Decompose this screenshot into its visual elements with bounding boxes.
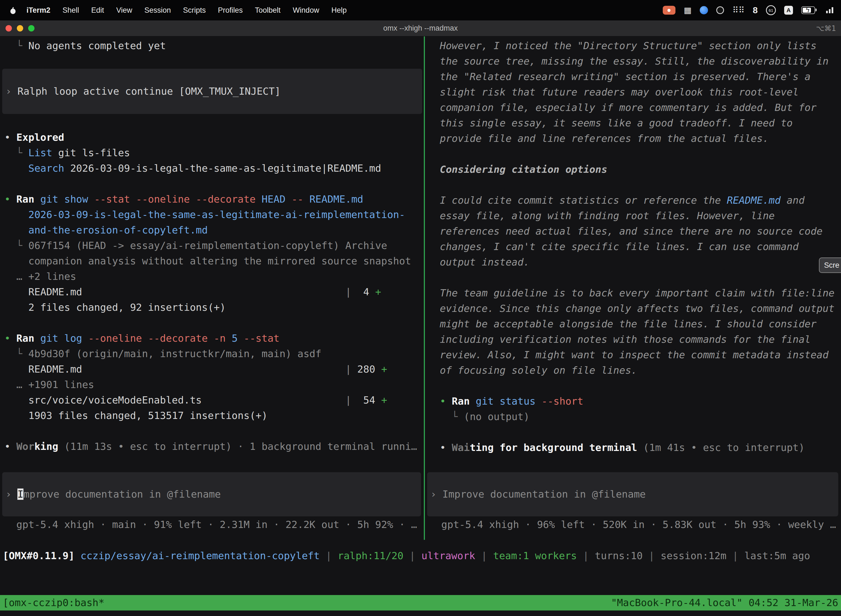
text-segment: + (375, 286, 381, 298)
text-segment: (1m 41s • esc to interrupt) (643, 442, 804, 453)
text-segment (4, 302, 28, 313)
battery-charging-icon[interactable]: ϟ (801, 6, 815, 14)
terminal-line: companion analysis without altering the … (4, 253, 417, 269)
menubar-item[interactable]: Session (138, 6, 177, 15)
tooltip-text: Scre (824, 258, 840, 273)
menubar-item[interactable]: Window (287, 6, 325, 15)
text-segment: team:1 workers (493, 550, 577, 561)
terminal-line: … +2 lines (4, 269, 417, 284)
figure-eight-icon[interactable]: 8 (753, 5, 757, 15)
right-pane-transcript: However, I noticed the "Directory Struct… (440, 38, 834, 455)
text-segment: • (4, 441, 16, 452)
terminal-line: › Improve documentation in @filename (6, 487, 421, 502)
text-segment: … +2 lines (16, 271, 76, 282)
text-segment: [OMX#0.11.9] (3, 550, 81, 561)
text-segment: (11m 13s • esc to interrupt) (64, 441, 232, 452)
menubar-item[interactable]: Edit (85, 6, 110, 15)
menubar-item[interactable]: iTerm2 (21, 6, 57, 15)
menubar-item[interactable]: View (110, 6, 138, 15)
text-segment: • (4, 194, 16, 205)
text-segment: I could cite commit statistics or refere… (440, 195, 727, 206)
terminal-line: … +1901 lines (4, 377, 417, 392)
terminal-line: • Ran git show --stat --oneline --decora… (4, 192, 417, 207)
right-model-status-line: gpt-5.4 xhigh · 96% left · 520K in · 5.8… (429, 517, 836, 532)
terminal-line (4, 176, 417, 192)
text-segment: 4 (351, 286, 375, 298)
window-shortcut-badge: ⌥⌘1 (816, 24, 836, 32)
input-source-icon[interactable]: A (784, 6, 793, 15)
text-segment: --stat (244, 333, 280, 344)
text-segment: evidence. Since this change only affects… (440, 303, 834, 314)
right-pane: However, I noticed the "Directory Struct… (425, 37, 841, 540)
terminal-line: including verification notes with those … (440, 332, 834, 347)
dark-circle-icon[interactable] (716, 6, 724, 14)
minimize-button[interactable] (17, 25, 23, 31)
left-pane-transcript: • Explored └ List git ls-files Search 20… (4, 130, 417, 454)
text-segment (4, 255, 28, 267)
text-segment: (no output) (464, 411, 529, 422)
menubar-item[interactable]: Scripts (177, 6, 212, 15)
text-segment: Wai (452, 442, 470, 453)
text-segment: essay file, along with finding root file… (440, 210, 775, 221)
terminal-line: references need actual files, and since … (440, 224, 834, 239)
text-segment: the "Related research writing" section i… (440, 71, 811, 82)
zoom-button[interactable] (28, 25, 35, 31)
text-segment: Ran (16, 194, 40, 205)
apple-menu-icon[interactable] (9, 6, 16, 14)
text-segment (4, 410, 28, 421)
menubar-item[interactable]: Help (325, 6, 353, 15)
terminal-line: the source tree, missing the essay. Stil… (440, 54, 834, 69)
omx-status-bar: [OMX#0.11.9] cczip/essay/ai-reimplementa… (3, 548, 810, 563)
text-segment: └ (4, 147, 28, 158)
terminal-line: 1903 files changed, 513517 insertions(+) (4, 408, 417, 423)
text-segment (82, 286, 346, 298)
terminal-line: might be acceptable alongside the file l… (440, 316, 834, 332)
text-segment: mprove documentation in @filename (23, 488, 221, 500)
app-grid-icon[interactable]: ▦ (684, 6, 692, 14)
terminal-line: └ 067f154 (HEAD -> essay/ai-reimplementa… (4, 238, 417, 253)
text-segment: ralph:11/20 (338, 550, 403, 561)
terminal-line: 2 files changed, 92 insertions(+) (4, 300, 417, 315)
terminal-line: • Working (11m 13s • esc to interrupt) ·… (4, 439, 417, 454)
text-segment: | (577, 550, 595, 561)
text-segment: 280 (351, 364, 381, 375)
tmux-status-bar: [omx-cczip0:bash* "MacBook-Pro-44.local"… (0, 595, 841, 610)
terminal-line: • Ran git log --oneline --decorate -n 5 … (4, 331, 417, 346)
text-segment (4, 224, 28, 236)
text-segment: output instead. (440, 257, 529, 268)
screen-recording-indicator-icon[interactable] (663, 6, 675, 15)
text-segment: Explored (16, 132, 64, 143)
right-prompt-input[interactable]: › Improve documentation in @filename (427, 472, 838, 516)
terminal-line: essay file, along with finding root file… (440, 208, 834, 224)
window-controls (6, 25, 35, 31)
text-segment: --oneline --decorate (88, 333, 214, 344)
close-button[interactable] (6, 25, 12, 31)
gauge-icon[interactable]: 61 (766, 5, 776, 15)
text-segment: 1903 files changed, 513517 insertions(+) (28, 410, 268, 421)
text-segment: provide file and line references from th… (440, 133, 769, 144)
menubar-item[interactable]: Shell (57, 6, 85, 15)
signal-bars-icon[interactable] (826, 7, 834, 14)
text-segment: README.md (309, 194, 363, 205)
terminal-line: src/voice/voiceModeEnabled.ts | 54 + (4, 392, 417, 408)
left-model-status-line: gpt-5.4 xhigh · main · 91% left · 2.31M … (4, 517, 417, 532)
terminal-line: evidence. Since this change only affects… (440, 301, 834, 316)
terminal-content[interactable]: └ No agents completed yet › Ralph loop a… (0, 37, 841, 616)
dots-grid-icon[interactable]: ⠿⠿ (732, 6, 744, 14)
text-segment: 5 (232, 333, 244, 344)
text-segment: git show (40, 194, 94, 205)
menubar-item[interactable]: Toolbelt (249, 6, 287, 15)
menubar-item[interactable]: Profiles (212, 6, 249, 15)
blue-orb-icon[interactable] (700, 6, 708, 14)
text-segment: src/voice/voiceModeEnabled.ts (4, 395, 202, 406)
text-segment: cczip/essay/ai-reimplementation-copyleft (81, 550, 320, 561)
recording-dot-icon (667, 9, 671, 12)
left-prompt-input[interactable]: › Improve documentation in @filename (2, 472, 421, 516)
text-segment: | (727, 550, 744, 561)
text-segment: Ran (452, 396, 476, 407)
text-segment (4, 379, 16, 390)
window-titlebar[interactable]: omx --xhigh --madmax ⌥⌘1 (0, 21, 841, 37)
text-segment: └ (440, 411, 464, 422)
text-segment: I (18, 488, 23, 500)
terminal-line: • Ran git status --short (440, 393, 834, 409)
